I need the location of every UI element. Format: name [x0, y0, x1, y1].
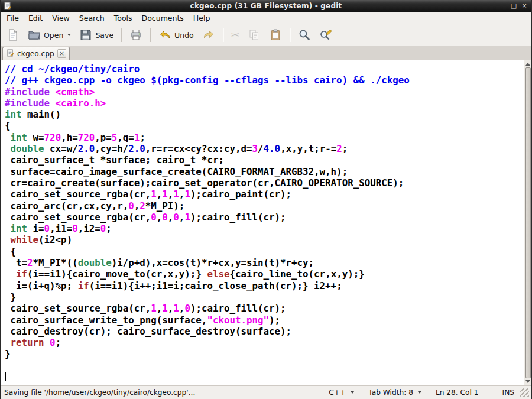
code-line: // cd ~/ckgeo/tiny/cairo [5, 63, 524, 74]
document-icon [7, 49, 14, 59]
code-line: { [5, 120, 524, 131]
code-line: { [5, 246, 524, 257]
code-line: int w=720,h=720,p=5,q=1; [5, 132, 524, 143]
save-button[interactable]: Save [76, 27, 117, 43]
code-line: int main() [5, 109, 524, 120]
code-line: cairo_arc(cr,cx,cy,r,0,2*M_PI); [5, 200, 524, 212]
menu-file[interactable]: File [2, 12, 24, 24]
code-line [5, 360, 524, 371]
maximize-button[interactable]: □ [510, 1, 518, 11]
open-folder-icon [28, 28, 41, 41]
redo-button[interactable] [199, 27, 219, 43]
code-line: } [5, 291, 524, 303]
menu-tools[interactable]: Tools [109, 12, 137, 24]
find-replace-button[interactable] [316, 27, 336, 43]
chevron-down-icon [351, 391, 354, 394]
titlebar[interactable]: ckgeo.cpp (31 GB Filesystem) - gedit _ □… [1, 0, 531, 12]
scroll-down-icon[interactable] [525, 380, 530, 383]
code-line: #include <cmath> [5, 86, 524, 98]
undo-button-label: Undo [174, 31, 194, 40]
cursor-position: Ln 28, Col 1 [436, 388, 479, 397]
gedit-window: ckgeo.cpp (31 GB Filesystem) - gedit _ □… [0, 0, 532, 399]
scroll-up-icon[interactable] [525, 63, 530, 66]
scrollbar-thumb[interactable] [525, 67, 531, 378]
menu-documents[interactable]: Documents [137, 12, 189, 24]
print-icon [129, 28, 142, 41]
code-area[interactable]: // cd ~/ckgeo/tiny/cairo// g++ ckgeo.cpp… [1, 60, 524, 385]
find-replace-icon [319, 28, 332, 41]
minimize-button[interactable]: _ [499, 1, 507, 11]
window-controls: _ □ × [499, 1, 528, 11]
tab-ckgeo-cpp[interactable]: ckgeo.cpp × [2, 47, 70, 60]
copy-icon [248, 28, 261, 41]
status-message: Saving file '/home/user/ckgeo/tiny/cairo… [4, 388, 324, 397]
code-line [5, 371, 524, 382]
save-button-label: Save [95, 31, 113, 40]
paste-button[interactable] [265, 27, 286, 43]
menubar: File Edit View Search Tools Documents He… [1, 12, 531, 24]
open-button[interactable]: Open [24, 27, 74, 43]
code-line: cairo_set_source_rgba(cr,0,0,0,1);cairo_… [5, 212, 524, 223]
menu-view[interactable]: View [47, 12, 74, 24]
window-title: ckgeo.cpp (31 GB Filesystem) - gedit [1, 2, 531, 10]
insert-mode-indicator: INS [502, 388, 514, 397]
code-line: int i=0,i1=0,i2=0; [5, 223, 524, 234]
code-line: cairo_set_source_rgba(cr,1,1,1,0);cairo_… [5, 303, 524, 314]
chevron-down-icon [418, 391, 421, 394]
code-line: surface=cairo_image_surface_create(CAIRO… [5, 166, 524, 177]
code-line: t=2*M_PI*((double)i/p+d),x=cos(t)*r+cx,y… [5, 257, 524, 268]
code-line: return 0; [5, 337, 524, 348]
save-icon [79, 28, 92, 41]
new-document-button[interactable] [3, 27, 23, 43]
undo-icon [158, 28, 171, 41]
code-line: cairo_set_source_rgba(cr,1,1,1,1);cairo_… [5, 189, 524, 200]
tab-width-selector[interactable]: Tab Width: 8 [364, 388, 426, 397]
find-button[interactable] [294, 27, 314, 43]
editor: // cd ~/ckgeo/tiny/cairo// g++ ckgeo.cpp… [1, 60, 531, 385]
gedit-app-icon [4, 2, 12, 10]
code-line: double cx=w/2.0,cy=h/2.0,r=r=cx<cy?cx:cy… [5, 143, 524, 154]
toolbar-separator [121, 28, 122, 42]
code-line: cr=cairo_create(surface);cairo_set_opera… [5, 177, 524, 189]
resize-grip[interactable] [520, 388, 529, 397]
tab-width-value: Tab Width: 8 [368, 388, 413, 397]
language-selector-value: C++ [329, 388, 346, 397]
close-button[interactable]: × [520, 1, 528, 11]
copy-button[interactable] [244, 27, 264, 43]
paste-icon [269, 28, 282, 41]
code-line: // g++ ckgeo.cpp -o ckgeo $(pkg-config -… [5, 74, 524, 86]
code-line: cairo_destroy(cr); cairo_surface_destroy… [5, 326, 524, 337]
code-line: cairo_surface_write_to_png(surface,"ckou… [5, 314, 524, 326]
menu-edit[interactable]: Edit [24, 12, 47, 24]
toolbar: Open Save [1, 24, 531, 46]
tab-bar: ckgeo.cpp × [1, 46, 531, 60]
menu-help[interactable]: Help [189, 12, 215, 24]
statusbar: Saving file '/home/user/ckgeo/tiny/cairo… [1, 385, 531, 399]
tab-close-icon[interactable]: × [57, 49, 66, 58]
code-line: } [5, 348, 524, 359]
cut-button[interactable]: ✂ [228, 28, 243, 42]
print-button[interactable] [126, 27, 146, 43]
find-icon [298, 28, 311, 41]
code-line: i=(i+q)%p; if(i==i1){i++;i1=i;cairo_clos… [5, 280, 524, 291]
vertical-scrollbar[interactable] [524, 60, 531, 385]
new-document-icon [7, 28, 20, 41]
menu-search[interactable]: Search [74, 12, 109, 24]
open-dropdown-arrow[interactable] [67, 34, 71, 36]
toolbar-separator [223, 28, 223, 42]
code-line: while(i2<p) [5, 234, 524, 245]
undo-button[interactable]: Undo [155, 27, 197, 43]
cut-icon: ✂ [231, 30, 239, 40]
open-button-label: Open [44, 31, 63, 40]
language-selector[interactable]: C++ [324, 388, 359, 397]
toolbar-separator [290, 28, 290, 42]
text-caret [5, 372, 6, 381]
redo-icon [202, 28, 215, 41]
toolbar-separator [150, 28, 151, 42]
code-line: if(i==i1){cairo_move_to(cr,x,y);} else{c… [5, 268, 524, 280]
code-line: #include <cairo.h> [5, 98, 524, 109]
tab-label: ckgeo.cpp [17, 50, 54, 58]
code-line: cairo_surface_t *surface; cairo_t *cr; [5, 154, 524, 166]
